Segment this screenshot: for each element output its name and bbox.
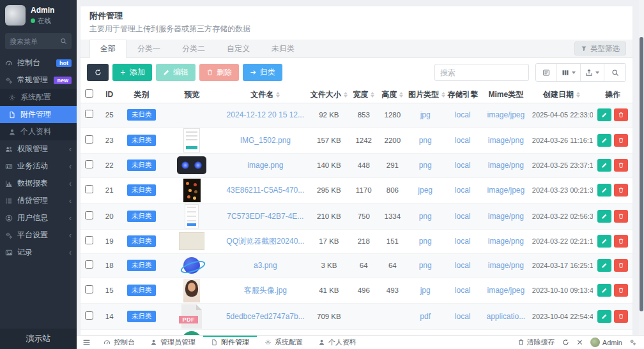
engine-value[interactable]: local [455, 261, 471, 270]
classify-button[interactable]: 归类 [243, 64, 282, 81]
delete-button[interactable]: 删除 [199, 64, 239, 81]
type-value[interactable]: png [419, 136, 432, 145]
engine-value[interactable]: local [455, 286, 471, 295]
preview-thumbnail-device[interactable] [177, 156, 206, 174]
sort-icon[interactable] [371, 92, 374, 98]
column-header-inner[interactable]: 图片类型 [408, 89, 445, 100]
row-checkbox[interactable] [85, 311, 93, 320]
filename-link[interactable]: image.png [247, 161, 283, 170]
filename-link[interactable]: IMG_1502.png [240, 136, 291, 145]
row-edit-button[interactable] [597, 210, 611, 223]
engine-value[interactable]: local [455, 186, 471, 195]
sidebar-item-auth[interactable]: 权限管理‹ [0, 140, 77, 158]
row-edit-button[interactable] [597, 310, 611, 323]
mime-value[interactable]: image/png [488, 136, 524, 145]
row-edit-button[interactable] [597, 235, 611, 248]
preview-thumbnail-phone[interactable] [185, 204, 199, 228]
row-delete-button[interactable] [614, 210, 628, 223]
engine-value[interactable]: local [455, 312, 471, 321]
footbar-refresh-button[interactable] [562, 339, 569, 346]
row-checkbox[interactable] [85, 110, 93, 118]
preview-thumbnail-planet[interactable] [181, 255, 202, 276]
sidebar-search-input[interactable] [10, 38, 60, 45]
filename-link[interactable]: 43E86211-C5A5-470... [226, 186, 304, 195]
column-header-inner[interactable]: 文件名 [250, 89, 280, 100]
row-delete-button[interactable] [614, 134, 628, 147]
column-header-inner[interactable]: 文件大小 [310, 89, 348, 100]
category-badge[interactable]: 未归类 [127, 135, 157, 146]
columns-button[interactable] [557, 64, 581, 81]
select-all-checkbox[interactable] [85, 89, 93, 98]
sidebar-item-system-config[interactable]: 系统配置 [0, 89, 77, 106]
sidebar-item-profile[interactable]: 个人资料 [0, 123, 77, 140]
footbar-tab-admin-manage[interactable]: 管理员管理 [142, 336, 203, 349]
preview-thumbnail-portrait[interactable] [183, 279, 200, 302]
preview-thumbnail-beige[interactable] [179, 232, 204, 250]
preview-thumbnail-photo[interactable] [183, 179, 201, 202]
mime-value[interactable]: image/jpeg [487, 186, 525, 195]
footbar-menu-button[interactable] [77, 336, 96, 349]
row-edit-button[interactable] [597, 259, 611, 272]
row-delete-button[interactable] [614, 159, 628, 172]
footbar-user[interactable]: Admin [590, 338, 622, 347]
sidebar-item-general[interactable]: 常规管理new [0, 71, 77, 89]
engine-value[interactable]: local [455, 136, 471, 145]
footbar-tab-console[interactable]: 控制台 [96, 336, 142, 349]
row-edit-button[interactable] [597, 159, 611, 172]
row-delete-button[interactable] [614, 284, 628, 297]
column-header-inner[interactable]: 宽度 [353, 89, 374, 100]
mime-value[interactable]: image/png [488, 261, 524, 270]
type-value[interactable]: jpeg [418, 186, 433, 195]
engine-value[interactable]: local [455, 212, 471, 221]
type-value[interactable]: png [419, 261, 432, 270]
column-header-inner[interactable]: 高度 [381, 89, 403, 100]
user-avatar[interactable] [5, 5, 26, 26]
edit-button[interactable]: 编辑 [156, 64, 195, 81]
category-badge[interactable]: 未归类 [127, 311, 157, 322]
card-view-button[interactable] [536, 64, 557, 81]
footbar-settings-button[interactable] [629, 339, 636, 346]
engine-value[interactable]: local [455, 110, 471, 119]
sidebar-item-console[interactable]: 控制台hot [0, 54, 77, 71]
type-value[interactable]: png [419, 212, 432, 221]
mime-value[interactable]: image/png [488, 237, 524, 246]
row-checkbox[interactable] [85, 211, 93, 219]
tab-uncategorized[interactable]: 未归类 [261, 40, 305, 57]
preview-thumbnail-pdf[interactable]: PDF [181, 304, 202, 329]
footbar-close-button[interactable] [576, 339, 583, 346]
mime-value[interactable]: image/png [488, 161, 524, 170]
row-edit-button[interactable] [597, 284, 611, 297]
filename-link[interactable]: 7C573EDF-42B7-4E... [227, 212, 303, 221]
type-value[interactable]: pdf [420, 312, 431, 321]
row-edit-button[interactable] [597, 108, 611, 121]
tab-all[interactable]: 全部 [89, 40, 126, 58]
sort-icon[interactable] [576, 92, 580, 98]
clear-cache-button[interactable]: 清除缓存 [518, 338, 555, 347]
sort-icon[interactable] [344, 92, 348, 98]
row-delete-button[interactable] [614, 259, 628, 272]
scrollbar-thumb[interactable] [640, 37, 643, 311]
row-delete-button[interactable] [614, 235, 628, 248]
row-checkbox[interactable] [85, 285, 93, 293]
footbar-tab-system-config[interactable]: 系统配置 [257, 336, 310, 349]
row-checkbox[interactable] [85, 135, 93, 144]
row-edit-button[interactable] [597, 184, 611, 197]
mime-value[interactable]: image/jpeg [487, 110, 525, 119]
column-header-inner[interactable]: 创建日期 [543, 89, 580, 100]
category-badge[interactable]: 未归类 [127, 184, 157, 196]
sidebar-item-business[interactable]: 业务活动‹ [0, 158, 77, 175]
mime-value[interactable]: image/png [488, 212, 524, 221]
filename-link[interactable]: a3.png [254, 261, 277, 270]
mime-value[interactable]: image/jpeg [487, 286, 525, 295]
engine-value[interactable]: local [455, 237, 471, 246]
row-checkbox[interactable] [85, 236, 93, 244]
row-delete-button[interactable] [614, 184, 628, 197]
category-badge[interactable]: 未归类 [127, 160, 157, 171]
category-badge[interactable]: 未归类 [127, 285, 157, 296]
filename-link[interactable]: 5dedbce7ed2747a7b... [226, 312, 305, 321]
footbar-tab-attachment[interactable]: 附件管理 [203, 336, 257, 349]
sidebar-item-attachment[interactable]: 附件管理 [0, 106, 77, 123]
row-delete-button[interactable] [614, 310, 628, 323]
footbar-tab-profile[interactable]: 个人资料 [310, 336, 364, 349]
row-checkbox[interactable] [85, 160, 93, 168]
